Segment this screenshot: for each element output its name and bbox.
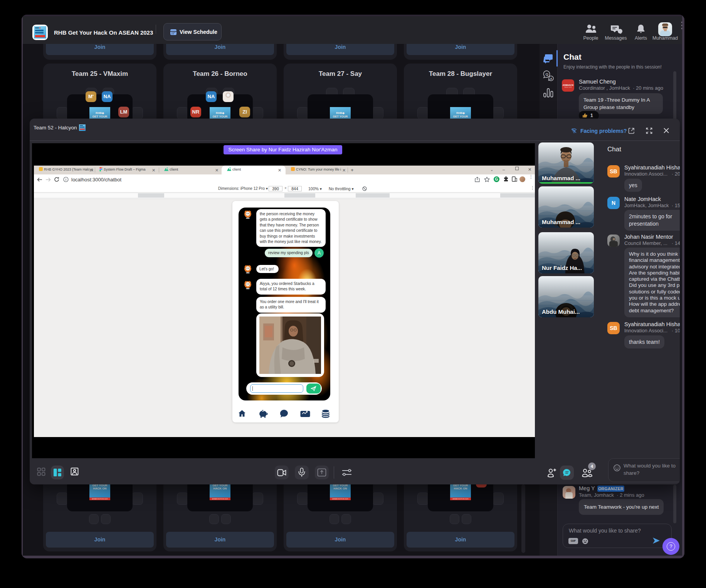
svg-text:Q: Q bbox=[546, 72, 548, 76]
svg-text:A: A bbox=[550, 77, 552, 80]
